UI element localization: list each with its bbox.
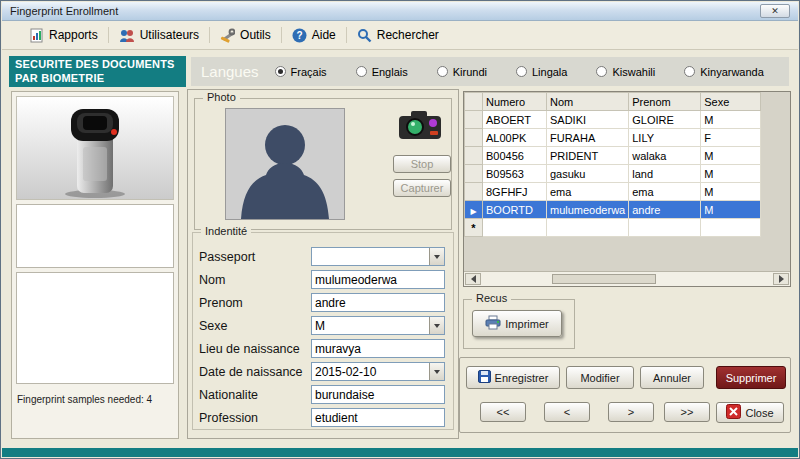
nom-input[interactable] <box>311 270 445 289</box>
cell-empty[interactable] <box>483 219 547 237</box>
cell-sexe[interactable]: M <box>701 111 761 129</box>
table-row[interactable]: BOORTD mulumeoderwa andre M <box>465 201 761 219</box>
date-input[interactable] <box>311 362 445 381</box>
cell-numero[interactable]: B00456 <box>483 147 547 165</box>
save-button[interactable]: Enregistrer <box>466 366 560 389</box>
stop-button[interactable]: Stop <box>393 155 451 173</box>
modify-button[interactable]: Modifier <box>566 366 634 389</box>
cell-prenom[interactable]: ema <box>629 183 701 201</box>
row-selector-cell[interactable] <box>465 165 483 183</box>
radio-kiswahili[interactable]: Kiswahili <box>596 66 655 78</box>
column-header-nom[interactable]: Nom <box>547 93 629 111</box>
cell-sexe[interactable]: F <box>701 129 761 147</box>
cell-numero[interactable]: ABOERT <box>483 111 547 129</box>
column-header-sexe[interactable]: Sexe <box>701 93 761 111</box>
lieu-input[interactable] <box>311 339 445 358</box>
cell-sexe[interactable]: M <box>701 201 761 219</box>
radio-icon <box>275 66 286 77</box>
cell-numero[interactable]: AL00PK <box>483 129 547 147</box>
scrollbar-thumb[interactable] <box>552 274 656 284</box>
row-selector-cell[interactable] <box>465 129 483 147</box>
nationalite-input[interactable] <box>311 385 445 404</box>
cell-numero[interactable]: BOORTD <box>483 201 547 219</box>
toolbar-label: Utilisateurs <box>140 28 199 42</box>
cell-nom[interactable]: ema <box>547 183 629 201</box>
table-row[interactable]: ABOERT SADIKI GLOIRE M <box>465 111 761 129</box>
save-button-label: Enregistrer <box>495 372 549 384</box>
radio-icon <box>596 66 607 77</box>
radio-icon <box>516 66 527 77</box>
toolbar-item-rechercher[interactable]: Rechercher <box>350 25 446 46</box>
cell-nom[interactable]: FURAHA <box>547 129 629 147</box>
radio-kinyarwanda[interactable]: Kinyarwanda <box>684 66 764 78</box>
date-dropdown-button[interactable] <box>429 363 444 380</box>
cancel-button[interactable]: Annuler <box>640 366 704 389</box>
passeport-label: Passeport <box>199 250 311 264</box>
radio-lingala[interactable]: Lingala <box>516 66 567 78</box>
table-row[interactable]: B00456 PRIDENT walaka M <box>465 147 761 165</box>
delete-button[interactable]: Supprimer <box>716 366 786 389</box>
nav-next-button[interactable]: > <box>608 402 654 422</box>
cell-prenom[interactable]: andre <box>629 201 701 219</box>
banner-line2: PAR BIOMETRIE <box>15 72 180 86</box>
toolbar-item-outils[interactable]: Outils <box>213 25 278 46</box>
cancel-button-label: Annuler <box>653 372 691 384</box>
print-button[interactable]: Imprimer <box>472 310 562 337</box>
grid-horizontal-scrollbar[interactable] <box>464 271 790 286</box>
table-row[interactable]: 8GFHFJ ema ema M <box>465 183 761 201</box>
nav-previous-button[interactable]: < <box>544 402 590 422</box>
row-selector-cell[interactable] <box>465 201 483 219</box>
close-form-button[interactable]: Close <box>716 402 784 423</box>
passeport-input[interactable] <box>311 247 445 266</box>
table-row[interactable]: AL00PK FURAHA LILY F <box>465 129 761 147</box>
table-row[interactable]: B09563 gasuku land M <box>465 165 761 183</box>
nav-last-button[interactable]: >> <box>664 402 710 422</box>
cell-empty[interactable] <box>629 219 701 237</box>
cell-prenom[interactable]: LILY <box>629 129 701 147</box>
sexe-input[interactable] <box>311 316 445 335</box>
radio-francais[interactable]: Fraçais <box>275 66 327 78</box>
cell-sexe[interactable]: M <box>701 165 761 183</box>
sexe-dropdown-button[interactable] <box>429 317 444 334</box>
scroll-left-button[interactable] <box>465 273 481 285</box>
toolbar-item-rapports[interactable]: Rapports <box>22 25 105 46</box>
cell-sexe[interactable]: M <box>701 183 761 201</box>
prenom-input[interactable] <box>311 293 445 312</box>
cell-nom[interactable]: mulumeoderwa <box>547 201 629 219</box>
sexe-label: Sexe <box>199 319 311 333</box>
field-row-nom: Nom <box>199 268 449 291</box>
cell-empty[interactable] <box>701 219 761 237</box>
toolbar-label: Outils <box>240 28 271 42</box>
column-header-prenom[interactable]: Prenom <box>629 93 701 111</box>
capture-button[interactable]: Capturer <box>393 179 451 197</box>
new-record-row[interactable]: * <box>465 219 761 237</box>
cell-nom[interactable]: PRIDENT <box>547 147 629 165</box>
cell-nom[interactable]: SADIKI <box>547 111 629 129</box>
passeport-dropdown-button[interactable] <box>429 248 444 265</box>
cell-nom[interactable]: gasuku <box>547 165 629 183</box>
capture-button-label: Capturer <box>401 182 444 194</box>
row-selector-cell[interactable] <box>465 147 483 165</box>
cell-prenom[interactable]: GLOIRE <box>629 111 701 129</box>
window-title: Fingerprint Enrollment <box>10 5 118 17</box>
scroll-right-button[interactable] <box>773 273 789 285</box>
field-row-sexe: Sexe <box>199 314 449 337</box>
nav-first-button[interactable]: << <box>480 402 526 422</box>
cell-prenom[interactable]: land <box>629 165 701 183</box>
column-header-numero[interactable]: Numero <box>483 93 547 111</box>
cell-numero[interactable]: B09563 <box>483 165 547 183</box>
nom-field <box>311 270 445 289</box>
cell-prenom[interactable]: walaka <box>629 147 701 165</box>
row-selector-cell[interactable] <box>465 183 483 201</box>
cell-sexe[interactable]: M <box>701 147 761 165</box>
close-button[interactable]: ✕ <box>760 4 790 18</box>
row-selector-cell[interactable] <box>465 111 483 129</box>
passeport-combo <box>311 247 445 266</box>
cell-empty[interactable] <box>547 219 629 237</box>
toolbar-item-utilisateurs[interactable]: Utilisateurs <box>112 25 206 46</box>
cell-numero[interactable]: 8GFHFJ <box>483 183 547 201</box>
toolbar-item-aide[interactable]: ? Aide <box>285 25 343 46</box>
radio-englais[interactable]: Englais <box>356 66 408 78</box>
profession-input[interactable] <box>311 408 445 427</box>
radio-kirundi[interactable]: Kirundi <box>437 66 487 78</box>
